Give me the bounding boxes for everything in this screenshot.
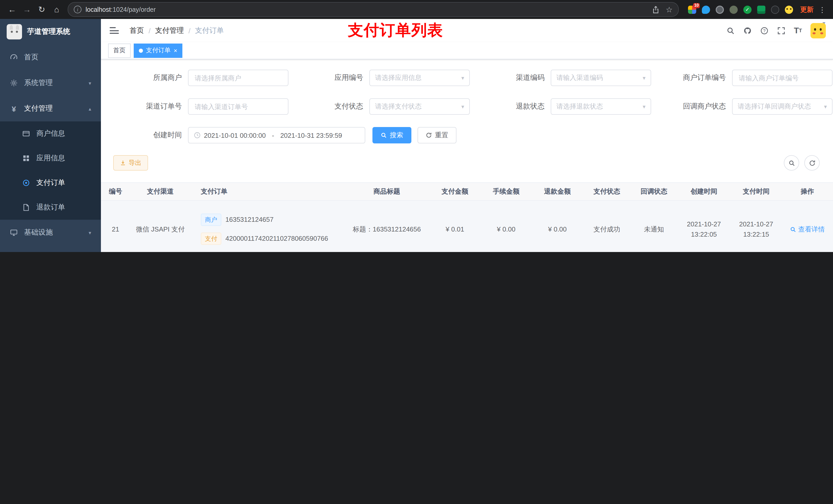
app-logo: 芋道管理系统 — [0, 19, 101, 45]
sidebar-item-refund-order[interactable]: 退款订单 — [0, 195, 101, 220]
grid-icon — [22, 154, 30, 162]
channel-order-no-field[interactable] — [188, 98, 288, 115]
chevron-down-icon: ▾ — [89, 80, 91, 86]
notify-status-select[interactable]: 请选择订单回调商户状态▾ — [732, 98, 832, 115]
back-icon[interactable]: ← — [5, 3, 19, 16]
chevron-down-icon: ▾ — [461, 74, 464, 81]
channel-order-no-input[interactable] — [194, 102, 283, 111]
url-bar[interactable]: i localhost:1024/pay/order ☆ — [68, 2, 679, 17]
sidebar-item-merchant-info[interactable]: 商户信息 — [0, 121, 101, 146]
active-dot — [139, 48, 143, 52]
view-detail-link[interactable]: 查看详情 — [790, 224, 825, 234]
browser-menu-icon[interactable]: ⋮ — [817, 5, 828, 14]
table-toolbar: 导出 — [113, 156, 820, 170]
breadcrumb-current: 支付订单 — [195, 26, 224, 35]
fullscreen-icon[interactable] — [777, 26, 785, 34]
refresh-table-button[interactable] — [804, 155, 820, 171]
sidebar-item-app-info[interactable]: 应用信息 — [0, 146, 101, 171]
browser-update-button[interactable]: 更新 — [800, 5, 813, 14]
dashboard-icon — [10, 53, 18, 62]
table-row[interactable]: 21 微信 JSAPI 支付 商户1635312124657 支付4200001… — [101, 201, 833, 252]
square-extension-icon[interactable] — [757, 5, 765, 14]
chevron-up-icon: ▴ — [89, 106, 91, 112]
end-date: 2021-10-31 23:59:59 — [280, 131, 342, 139]
cell-title: 标题：1635312124656 — [344, 201, 429, 252]
yen-icon: ¥ — [10, 104, 18, 113]
search-icon[interactable] — [726, 26, 734, 34]
refund-status-select[interactable]: 请选择退款状态▾ — [551, 98, 651, 115]
sidebar-item-dev-tools[interactable]: 研发工具 ▾ — [0, 245, 101, 252]
pay-tag: 支付 — [201, 233, 221, 245]
merchant-order-no-input[interactable] — [738, 73, 827, 82]
drop-extension-icon[interactable] — [702, 5, 710, 14]
cell-pay-time: 2021-10-2713:22:15 — [731, 201, 782, 252]
close-icon[interactable]: × — [174, 47, 177, 53]
cell-refund: ¥ 0.00 — [532, 201, 583, 252]
chevron-down-icon: ▾ — [643, 74, 645, 81]
globe-extension-icon[interactable] — [716, 5, 724, 14]
channel-code-select[interactable]: 请输入渠道编码▾ — [551, 70, 651, 86]
cell-id: 21 — [101, 201, 130, 252]
user-avatar[interactable] — [811, 23, 826, 38]
extensions-area: 10 ✓ — [688, 5, 793, 14]
share-icon[interactable] — [651, 5, 660, 14]
merchant-input[interactable] — [194, 73, 283, 82]
search-button[interactable]: 搜索 — [373, 127, 411, 143]
home-icon[interactable]: ⌂ — [50, 3, 64, 16]
orders-table: 编号 支付渠道 支付订单 商品标题 支付金额 手续金额 退款金额 支付状态 回调… — [101, 182, 833, 252]
tags-view-bar: 首页 支付订单 × — [101, 42, 833, 59]
help-icon[interactable]: ? — [760, 26, 768, 34]
page-annotation-title: 支付订单列表 — [348, 21, 443, 40]
sidebar-item-system[interactable]: 系统管理 ▾ — [0, 70, 101, 96]
reload-icon[interactable]: ↻ — [35, 3, 49, 16]
cell-pay-order: 商户1635312124657 支付4200001174202110278060… — [191, 201, 344, 252]
bookmark-star-icon[interactable]: ☆ — [666, 5, 673, 14]
toggle-search-button[interactable] — [784, 155, 799, 171]
cell-notify: 未通知 — [630, 201, 677, 252]
sidebar-item-payment[interactable]: ¥ 支付管理 ▴ — [0, 96, 101, 121]
check-extension-icon[interactable]: ✓ — [743, 5, 752, 14]
breadcrumb-home[interactable]: 首页 — [129, 26, 144, 35]
screen: ← → ↻ ⌂ i localhost:1024/pay/order ☆ 10 … — [0, 0, 833, 252]
logo-avatar — [7, 24, 22, 40]
cell-fee: ¥ 0.00 — [480, 201, 532, 252]
hamburger-icon[interactable] — [109, 25, 120, 36]
browser-chrome: ← → ↻ ⌂ i localhost:1024/pay/order ☆ 10 … — [0, 0, 833, 19]
merchant-tag: 商户 — [201, 214, 221, 226]
reset-button[interactable]: 重置 — [418, 127, 456, 143]
sidebar: 芋道管理系统 首页 系统管理 ▾ ¥ 支付管理 ▴ 商户信息 — [0, 19, 101, 252]
cell-create-time: 2021-10-2713:22:05 — [677, 201, 731, 252]
chevron-down-icon: ▾ — [461, 103, 464, 110]
breadcrumb-pay[interactable]: 支付管理 — [155, 26, 184, 35]
round-extension-icon[interactable] — [730, 5, 738, 14]
sidebar-item-home[interactable]: 首页 — [0, 45, 101, 70]
emoji-extension-icon[interactable] — [785, 5, 793, 14]
merchant-order-no-field[interactable] — [732, 70, 832, 86]
start-date: 2021-10-01 00:00:00 — [204, 131, 266, 139]
app-select[interactable]: 请选择应用信息▾ — [370, 70, 470, 86]
tab-pay-order[interactable]: 支付订单 × — [134, 43, 182, 57]
payment-submenu: 商户信息 应用信息 支付订单 退款订单 — [0, 121, 101, 220]
extensions-icon[interactable]: 10 — [688, 5, 696, 14]
gear-icon — [10, 79, 18, 87]
extension-badge: 10 — [693, 3, 700, 8]
site-info-icon[interactable]: i — [74, 6, 81, 13]
dark-extension-icon[interactable] — [771, 5, 779, 14]
page-content: 所属商户 应用编号 请选择应用信息▾ 渠道编码 请输入渠道编码▾ 商户订单编号 — [101, 59, 833, 252]
create-time-range-picker[interactable]: 2021-10-01 00:00:00 - 2021-10-31 23:59:5… — [188, 127, 365, 143]
sidebar-item-infra[interactable]: 基础设施 ▾ — [0, 220, 101, 245]
tab-home[interactable]: 首页 — [108, 43, 130, 57]
pay-status-select[interactable]: 请选择支付状态▾ — [370, 98, 470, 115]
github-icon[interactable] — [743, 26, 751, 34]
forward-icon[interactable]: → — [20, 3, 34, 16]
chevron-down-icon: ▾ — [89, 230, 91, 235]
svg-text:?: ? — [763, 28, 765, 33]
export-button[interactable]: 导出 — [113, 155, 148, 171]
sidebar-item-pay-order[interactable]: 支付订单 — [0, 171, 101, 195]
chevron-down-icon: ▾ — [824, 103, 827, 110]
breadcrumb: 首页 / 支付管理 / 支付订单 — [129, 26, 224, 35]
cell-status: 支付成功 — [583, 201, 630, 252]
font-size-icon[interactable]: TT — [794, 26, 802, 34]
cell-amount: ¥ 0.01 — [429, 201, 480, 252]
merchant-select[interactable] — [188, 70, 288, 86]
